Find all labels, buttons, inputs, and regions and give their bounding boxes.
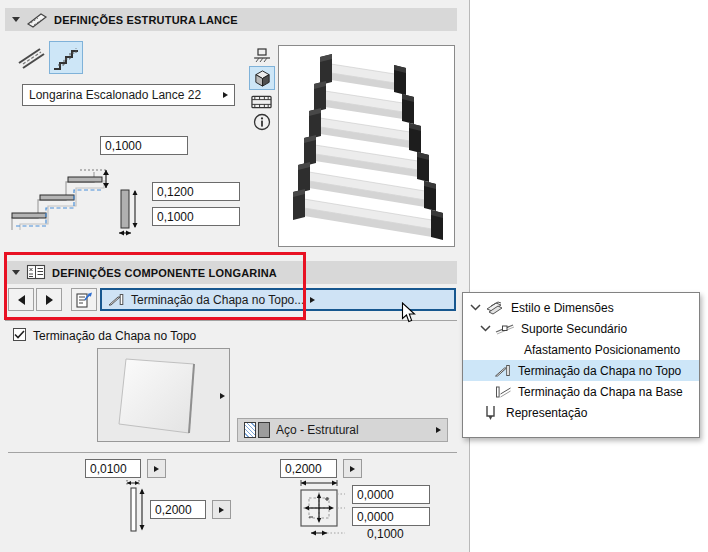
check-icon [14,330,25,339]
right-arrow-icon [46,295,53,305]
flyout-arrow-icon [223,92,228,98]
plate-thickness-input[interactable] [85,459,141,478]
section-divider [5,320,457,321]
menu-item-style-dimensions[interactable]: Estilo e Dimensões [463,297,699,318]
menu-item-label: Representação [506,406,587,420]
flyout-arrow-icon [310,297,315,303]
stepped-stringer-toggle[interactable] [49,41,83,74]
offset-input[interactable] [100,136,188,155]
material-dropdown[interactable]: Aço - Estrutural [237,418,448,442]
plate-thickness-flyout-button[interactable] [147,459,166,478]
flat-stringer-toggle[interactable] [15,42,48,73]
component-settings-icon [26,264,46,281]
preview-3d-button[interactable] [249,66,275,90]
preview-3d-viewport[interactable] [278,45,455,247]
info-icon [253,113,271,131]
component-page-value: Terminação da Chapa no Topo... [131,293,304,307]
stringer-hatch-icon [26,11,48,29]
section-divider [8,452,457,453]
plate-section-glyph [125,479,149,535]
section-film-icon [251,94,272,110]
transfer-settings-icon [74,291,94,309]
stringer-profile-glyph [116,186,140,236]
stair-offset-diagram [10,166,112,232]
flight-structure-header[interactable]: DEFINIÇÕES ESTRUTURA LANCE [5,8,457,31]
flyout-arrow-icon [154,466,159,472]
plate-3d-render [98,349,229,441]
plan-symbol-icon [253,48,271,64]
plate-base-icon [494,385,512,399]
stepped-stringer-icon [52,45,80,71]
chevron-down-icon [470,304,481,311]
menu-item-label: Estilo e Dimensões [511,301,614,315]
style-dimensions-icon [485,300,504,315]
plate-width-flyout-button[interactable] [343,459,362,478]
structure-type-dropdown[interactable]: Longarina Escalonado Lance 22 [22,84,235,106]
stair-3d-render [279,46,454,246]
plate-width-input[interactable] [280,459,337,478]
menu-item-label: Afastamento Posicionamento [524,343,680,357]
secondary-support-icon [495,322,514,335]
plate-top-checkbox-label: Terminação da Chapa no Topo [33,329,196,343]
material-value: Aço - Estrutural [276,423,430,437]
preview-info-button[interactable] [252,112,272,132]
next-component-button[interactable] [36,288,62,311]
chevron-down-icon [480,325,491,332]
menu-item-label: Terminação da Chapa na Base [518,385,683,399]
menu-item-plate-base[interactable]: Terminação da Chapa na Base [463,381,699,402]
menu-item-afastamento-posicionamento[interactable]: Afastamento Posicionamento [463,339,699,360]
flyout-arrow-icon [350,466,355,472]
plate-top-icon [494,364,512,378]
flyout-arrow-icon [436,427,441,433]
plate-height-input[interactable] [150,500,206,519]
menu-item-label: Terminação da Chapa no Topo [518,364,681,378]
plate-top-icon [108,293,125,307]
flyout-arrow-icon [219,507,224,513]
transfer-settings-button[interactable] [71,288,97,311]
structure-type-value: Longarina Escalonado Lance 22 [29,88,217,102]
profile-width-input[interactable] [152,207,240,226]
plate-top-checkbox[interactable] [13,328,26,341]
representation-icon [485,405,498,421]
preview-plan-button[interactable] [251,46,273,65]
mouse-cursor [401,302,416,324]
stair-settings-dialog: DEFINIÇÕES ESTRUTURA LANCE Longarina Esc… [0,0,708,552]
offset-y-input[interactable] [352,507,430,526]
plate-position-glyph [297,478,347,538]
previous-component-button[interactable] [8,288,34,311]
offset-x-input[interactable] [352,485,430,504]
flyout-arrow-icon[interactable] [220,393,225,399]
material-swatch-icon [244,422,270,438]
offset-reference-value: 0,1000 [367,527,404,541]
plate-height-flyout-button[interactable] [212,500,231,519]
collapse-caret-icon[interactable] [12,270,20,275]
flat-stringer-icon [17,45,47,71]
collapse-caret-icon[interactable] [12,17,20,22]
profile-height-input[interactable] [152,182,240,201]
stringer-component-header[interactable]: DEFINIÇÕES COMPONENTE LONGARINA [5,261,457,284]
cube-3d-icon [253,69,272,88]
section-title: DEFINIÇÕES ESTRUTURA LANCE [54,14,238,26]
menu-item-label: Suporte Secundário [521,322,627,336]
plate-preview-box[interactable] [97,348,230,442]
menu-item-plate-top[interactable]: Terminação da Chapa no Topo [463,360,699,381]
preview-section-button[interactable] [250,92,273,111]
section-title: DEFINIÇÕES COMPONENTE LONGARINA [52,267,277,279]
menu-item-representacao[interactable]: Representação [463,402,699,423]
page-selector-popup: Estilo e Dimensões Suporte Secundário Af… [462,292,700,438]
menu-item-secondary-support[interactable]: Suporte Secundário [463,318,699,339]
left-arrow-icon [18,295,25,305]
